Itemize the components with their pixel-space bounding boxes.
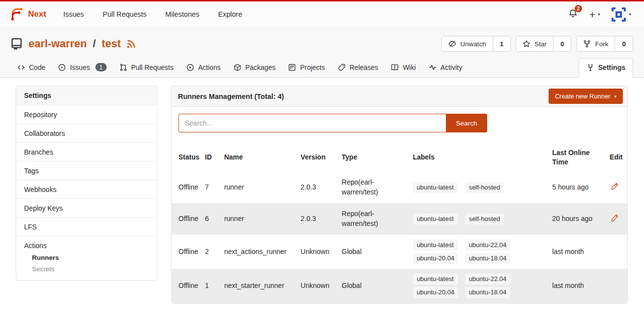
repo-owner-link[interactable]: earl-warren xyxy=(29,37,87,50)
runner-version: Unknown xyxy=(299,269,340,303)
navbar-left: Next IssuesPull RequestsMilestonesExplor… xyxy=(10,7,252,21)
runner-version: 2.0.3 xyxy=(299,203,340,235)
tab-actions[interactable]: Actions xyxy=(180,59,227,77)
brand-label[interactable]: Next xyxy=(28,9,46,19)
runner-label-chip: ubuntu-latest xyxy=(413,214,458,224)
runners-table: StatusIDNameVersionTypeLabelsLast Online… xyxy=(172,143,627,303)
runner-row: Offline1next_starter_runnerUnknownGlobal… xyxy=(172,269,627,303)
create-new-dropdown[interactable]: + ▾ xyxy=(589,9,600,20)
edit-runner-button[interactable] xyxy=(610,213,620,223)
repo-icon xyxy=(11,37,23,51)
tab-code[interactable]: Code xyxy=(11,59,52,77)
table-header-row: StatusIDNameVersionTypeLabelsLast Online… xyxy=(172,143,627,172)
repo-action-unwatch: Unwatch1 xyxy=(441,36,511,52)
runner-type: Global xyxy=(340,269,411,303)
fork-count[interactable]: 0 xyxy=(615,36,633,51)
tab-label: Projects xyxy=(300,63,325,71)
panel-header: Runners Management (Total: 4) Create new… xyxy=(172,86,627,107)
repo-name-link[interactable]: test xyxy=(102,37,121,50)
nav-item-explore[interactable]: Explore xyxy=(209,10,252,18)
panel-title: Runners Management (Total: 4) xyxy=(178,93,284,100)
col-header-type: Type xyxy=(340,143,411,172)
col-header-status: Status xyxy=(172,143,203,172)
code-icon xyxy=(17,63,25,71)
star-count[interactable]: 0 xyxy=(553,36,571,51)
edit-runner-button[interactable] xyxy=(610,181,620,191)
tab-projects[interactable]: Projects xyxy=(282,59,331,77)
nav-item-pull-requests[interactable]: Pull Requests xyxy=(93,10,156,18)
rss-feed-icon[interactable] xyxy=(126,39,136,49)
notifications-button[interactable]: 2 xyxy=(568,9,578,20)
tab-wiki[interactable]: Wiki xyxy=(384,59,422,77)
nav-items: IssuesPull RequestsMilestonesExplore xyxy=(54,10,252,19)
book-icon xyxy=(391,63,399,71)
tab-label: Actions xyxy=(198,63,221,71)
sidebar-item-tags[interactable]: Tags xyxy=(16,161,157,180)
tab-label: Pull Requests xyxy=(131,63,174,71)
actions-icon xyxy=(186,63,194,71)
search-button[interactable]: Search xyxy=(446,114,487,132)
runner-labels: ubuntu-latestubuntu-22.04ubuntu-20.04ubu… xyxy=(413,274,549,298)
tab-activity[interactable]: Activity xyxy=(422,59,468,77)
tab-settings-label: Settings xyxy=(598,63,625,71)
runner-row: Offline7runner2.0.3Repo(earl-warren/test… xyxy=(172,172,627,203)
create-runner-label: Create new Runner xyxy=(555,93,611,100)
sidebar-item-deploy-keys[interactable]: Deploy Keys xyxy=(16,198,157,217)
forgejo-logo-icon[interactable] xyxy=(10,7,24,21)
runner-labels-cell: ubuntu-latestself-hosted xyxy=(411,172,551,203)
sidebar-item-branches[interactable]: Branches xyxy=(16,142,157,161)
fork-label: Fork xyxy=(595,40,608,48)
tab-issues[interactable]: Issues1 xyxy=(52,59,113,77)
repo-action-star: Star0 xyxy=(516,36,571,52)
runner-row: Offline2next_actions_runnerUnknownGlobal… xyxy=(172,235,627,269)
runner-labels-cell: ubuntu-latestubuntu-22.04ubuntu-20.04ubu… xyxy=(411,269,551,303)
user-menu[interactable]: ▾ xyxy=(612,7,631,22)
tab-label: Code xyxy=(29,63,45,71)
table-body: Offline7runner2.0.3Repo(earl-warren/test… xyxy=(172,172,627,303)
tab-pull-requests[interactable]: Pull Requests xyxy=(113,59,180,77)
unwatch-count[interactable]: 1 xyxy=(493,36,511,51)
runner-id: 7 xyxy=(203,172,222,203)
nav-item-issues[interactable]: Issues xyxy=(54,10,93,18)
repo-separator: / xyxy=(93,37,96,50)
tab-label: Wiki xyxy=(403,63,415,71)
runner-last-online: last month xyxy=(550,269,608,303)
fork-button[interactable]: Fork xyxy=(577,36,615,51)
tab-packages[interactable]: Packages xyxy=(227,59,282,77)
runner-last-online: 5 hours ago xyxy=(550,172,608,203)
sidebar-item-lfs[interactable]: LFS xyxy=(16,217,157,236)
unwatch-button[interactable]: Unwatch xyxy=(442,36,493,51)
tab-settings[interactable]: Settings xyxy=(579,58,633,78)
runners-panel: Runners Management (Total: 4) Create new… xyxy=(171,86,628,304)
chevron-down-icon: ▾ xyxy=(614,94,616,99)
runner-type: Repo(earl-warren/test) xyxy=(340,203,411,235)
runner-id: 2 xyxy=(203,235,222,269)
navbar: Next IssuesPull RequestsMilestonesExplor… xyxy=(0,1,644,27)
sidebar-item-collaborators[interactable]: Collaborators xyxy=(16,124,157,142)
pulse-icon xyxy=(429,63,437,71)
runner-edit-cell xyxy=(608,203,627,235)
sidebar-item-actions[interactable]: Actions xyxy=(24,242,47,250)
runner-edit-cell xyxy=(608,235,627,269)
runner-status: Offline xyxy=(172,172,203,203)
col-header-edit: Edit xyxy=(608,143,627,172)
create-runner-button[interactable]: Create new Runner ▾ xyxy=(549,89,623,104)
runner-name: next_starter_runner xyxy=(222,269,299,303)
search-input[interactable] xyxy=(178,114,446,132)
col-header-id: ID xyxy=(203,143,222,172)
sidebar-subitem-secrets[interactable]: Secrets xyxy=(32,265,149,273)
nav-item-milestones[interactable]: Milestones xyxy=(156,10,208,18)
project-icon xyxy=(288,63,296,71)
runner-name: next_actions_runner xyxy=(222,235,299,269)
sidebar-item-webhooks[interactable]: Webhooks xyxy=(16,180,157,198)
tab-releases[interactable]: Releases xyxy=(331,59,384,77)
runner-label-chip: ubuntu-20.04 xyxy=(413,287,459,298)
sidebar-subitem-runners[interactable]: Runners xyxy=(32,254,149,261)
sidebar-item-repository[interactable]: Repository xyxy=(16,105,157,124)
star-button[interactable]: Star xyxy=(516,36,553,51)
runner-name: runner xyxy=(222,203,299,235)
runner-edit-cell xyxy=(608,172,627,203)
chevron-down-icon: ▾ xyxy=(629,12,631,17)
runner-last-online: last month xyxy=(550,235,608,269)
runner-labels-cell: ubuntu-latestself-hosted xyxy=(411,203,551,235)
